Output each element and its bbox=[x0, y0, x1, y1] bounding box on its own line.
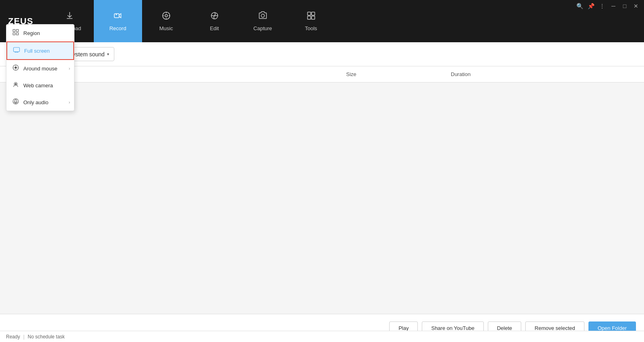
menu-item-around-mouse[interactable]: Around mouse › bbox=[6, 60, 74, 77]
svg-point-4 bbox=[261, 14, 264, 17]
menu-item-fullscreen[interactable]: Full screen bbox=[6, 41, 74, 60]
nav-label-tools: Tools bbox=[305, 25, 317, 31]
main-content bbox=[0, 82, 644, 314]
svg-rect-9 bbox=[13, 29, 15, 31]
svg-rect-12 bbox=[17, 33, 19, 35]
status-ready: Ready bbox=[6, 334, 20, 340]
svg-rect-8 bbox=[312, 16, 315, 19]
status-separator: | bbox=[23, 334, 25, 340]
svg-point-17 bbox=[15, 83, 17, 84]
col-duration-header: Duration bbox=[451, 71, 471, 77]
webcam-icon bbox=[12, 81, 19, 90]
nav-items: Download Record Music bbox=[45, 0, 335, 42]
only-audio-icon bbox=[12, 98, 19, 107]
col-size-header: Size bbox=[346, 71, 356, 77]
status-bar: Ready | No schedule task bbox=[0, 331, 644, 342]
svg-rect-13 bbox=[14, 47, 20, 52]
svg-rect-10 bbox=[17, 29, 19, 31]
window-controls: 🔍 📌 ⋮ ─ □ ✕ bbox=[576, 0, 640, 12]
menu-region-label: Region bbox=[23, 30, 68, 36]
capture-icon bbox=[258, 11, 268, 23]
nav-label-edit: Edit bbox=[210, 25, 219, 31]
around-mouse-icon bbox=[12, 64, 19, 73]
minimize-win-btn[interactable]: ─ bbox=[609, 3, 617, 9]
svg-rect-6 bbox=[312, 12, 315, 15]
more-win-icon[interactable]: ⋮ bbox=[598, 3, 606, 9]
status-schedule: No schedule task bbox=[28, 334, 65, 340]
region-icon bbox=[12, 29, 19, 37]
menu-around-mouse-label: Around mouse bbox=[23, 66, 68, 72]
menu-item-region[interactable]: Region bbox=[6, 25, 74, 41]
svg-point-1 bbox=[116, 14, 117, 15]
toolbar: Record ▾ System sound ▾ bbox=[0, 42, 644, 66]
table-header: Size Duration bbox=[0, 66, 644, 82]
menu-only-audio-label: Only audio bbox=[23, 99, 68, 105]
around-mouse-arrow-icon: › bbox=[69, 66, 70, 71]
svg-rect-7 bbox=[308, 16, 311, 19]
download-icon bbox=[65, 11, 74, 23]
nav-item-capture[interactable]: Capture bbox=[239, 0, 287, 42]
close-win-btn[interactable]: ✕ bbox=[632, 3, 640, 9]
tools-icon bbox=[306, 11, 316, 23]
nav-label-capture: Capture bbox=[254, 25, 272, 31]
fullscreen-icon bbox=[13, 46, 20, 55]
maximize-win-btn[interactable]: □ bbox=[621, 3, 629, 9]
edit-icon bbox=[210, 11, 219, 23]
search-win-icon[interactable]: 🔍 bbox=[576, 3, 584, 9]
svg-rect-5 bbox=[308, 12, 311, 15]
pin-win-icon[interactable]: 📌 bbox=[587, 3, 595, 9]
menu-fullscreen-label: Full screen bbox=[24, 48, 68, 54]
svg-point-15 bbox=[15, 67, 17, 69]
system-sound-chevron-icon: ▾ bbox=[107, 52, 109, 56]
svg-rect-11 bbox=[13, 33, 15, 35]
record-icon bbox=[113, 11, 123, 23]
record-dropdown-menu: Region Full screen Around mouse › bbox=[6, 24, 74, 111]
top-nav: ZEUS Download Record bbox=[0, 0, 644, 42]
nav-label-music: Music bbox=[159, 25, 173, 31]
content-area: Record ▾ System sound ▾ Size Duration Pl… bbox=[0, 42, 644, 342]
menu-item-web-camera[interactable]: Web camera bbox=[6, 77, 74, 94]
nav-item-record[interactable]: Record bbox=[94, 0, 142, 42]
menu-item-only-audio[interactable]: Only audio › bbox=[6, 94, 74, 111]
nav-item-tools[interactable]: Tools bbox=[287, 0, 335, 42]
menu-webcamera-label: Web camera bbox=[23, 82, 68, 89]
svg-point-3 bbox=[165, 14, 167, 17]
only-audio-arrow-icon: › bbox=[69, 100, 70, 105]
nav-item-edit[interactable]: Edit bbox=[190, 0, 239, 42]
music-icon bbox=[161, 11, 171, 23]
nav-label-record: Record bbox=[109, 25, 126, 31]
nav-item-music[interactable]: Music bbox=[142, 0, 190, 42]
